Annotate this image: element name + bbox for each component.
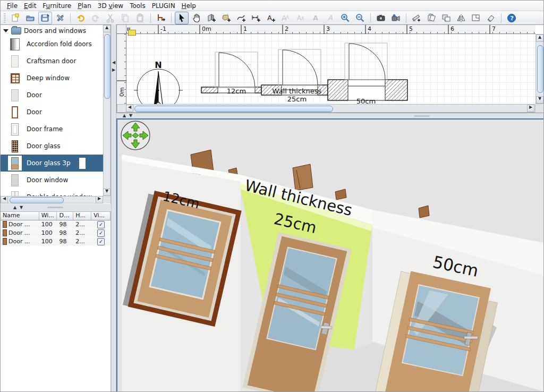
splitter-grip[interactable] (414, 115, 430, 117)
catalog-item-deep-window[interactable]: Deep window (1, 70, 103, 87)
menu-plan[interactable]: Plan (74, 2, 95, 10)
menu-furniture[interactable]: Furniture (39, 2, 74, 10)
plan-vertical-scrollbar[interactable]: ▲ ▼ (536, 34, 544, 104)
create-photo-button[interactable] (374, 12, 388, 24)
splitter-collapse-up-icon[interactable]: ▲ (13, 206, 16, 210)
furniture-row[interactable]: Door ... 100 98 2... (1, 220, 110, 229)
new-document-button[interactable] (8, 12, 22, 24)
column-header-depth[interactable]: D... (57, 212, 73, 220)
3d-scene[interactable]: 12cm Wall thickness 25cm 50cm (117, 120, 543, 391)
tree-expand-icon[interactable] (3, 29, 8, 32)
menu-edit[interactable]: Edit (21, 2, 39, 10)
video-camera-icon (391, 13, 401, 23)
create-video-button[interactable] (389, 12, 403, 24)
menu-tools[interactable]: Tools (126, 2, 149, 10)
visible-checkbox[interactable] (97, 238, 105, 245)
scrollbar-thumb[interactable] (104, 34, 110, 99)
scrollbar-thumb[interactable] (537, 45, 543, 93)
save-document-button[interactable] (38, 12, 52, 24)
scroll-up-button[interactable]: ▲ (103, 25, 110, 32)
catalog-category-doors-and-windows[interactable]: Doors and windows (1, 26, 86, 36)
column-header-height[interactable]: H... (73, 212, 91, 220)
furniture-width: 100 (39, 238, 57, 245)
catalog-item-door-glass[interactable]: Door glass (1, 138, 103, 155)
catalog-item-door-2[interactable]: Door (1, 104, 103, 121)
cut-button[interactable] (104, 12, 117, 24)
scrollbar-thumb[interactable] (10, 197, 64, 203)
scroll-up-button[interactable]: ▲ (536, 35, 543, 42)
furniture-row[interactable]: Door ... 100 98 2... (1, 237, 110, 246)
plugin-frame-button[interactable] (469, 12, 483, 24)
splitter-grip[interactable] (47, 207, 63, 208)
catalog-item-door-glass-3p-selected[interactable]: Door glass 3p (1, 155, 103, 172)
scroll-left-button[interactable]: ◀ (126, 105, 133, 112)
scroll-right-button[interactable]: ▶ (527, 105, 534, 112)
scroll-left-button[interactable]: ◀ (1, 196, 8, 203)
scrollbar-thumb[interactable] (134, 106, 333, 112)
splitter-collapse-right-icon[interactable]: ▶ (112, 68, 115, 72)
pan-tool-button[interactable] (190, 12, 203, 24)
add-furniture-button[interactable] (154, 12, 168, 24)
create-dimensions-button[interactable] (249, 12, 263, 24)
menu-plugin[interactable]: PLUGIN (149, 2, 178, 10)
splitter-collapse-down-icon[interactable]: ▼ (20, 206, 23, 210)
undo-button[interactable] (74, 12, 88, 24)
catalog-item-door[interactable]: Door (1, 87, 103, 104)
create-walls-button[interactable] (205, 12, 218, 24)
add-text-button[interactable]: A (264, 12, 278, 24)
splitter-collapse-left-icon[interactable]: ◀ (112, 61, 115, 65)
scroll-down-button[interactable]: ▼ (536, 96, 543, 104)
catalog-list-splitter[interactable]: ▲ ▼ (1, 204, 111, 211)
item-thumbnail (8, 71, 22, 86)
redo-button[interactable] (89, 12, 103, 24)
toolbar-grip[interactable] (4, 13, 6, 23)
plugin-eraser-button[interactable] (484, 12, 498, 24)
menu-file[interactable]: File (4, 2, 21, 10)
create-polylines-button[interactable] (234, 12, 248, 24)
plugin-rotate-button[interactable] (424, 12, 438, 24)
zoom-in-button[interactable] (338, 12, 352, 24)
plugin-mirror-button[interactable] (454, 12, 468, 24)
copy-button[interactable] (118, 12, 132, 24)
preferences-button[interactable] (53, 12, 67, 24)
3d-navigation-control[interactable] (121, 121, 150, 150)
catalog-item-accordion-fold-doors[interactable]: Accordion fold doors (1, 36, 103, 53)
splitter-collapse-down-icon[interactable]: ▼ (129, 114, 132, 118)
help-button[interactable]: ? (505, 12, 518, 24)
plan-3d-splitter[interactable]: ▲ ▼ (116, 113, 544, 118)
catalog-vertical-scrollbar[interactable]: ▲ ▼ (103, 25, 110, 196)
column-header-width[interactable]: Wi... (39, 212, 57, 220)
plugin-measure-button[interactable] (410, 12, 423, 24)
furniture-row[interactable]: Door ... 100 98 2... (1, 229, 110, 237)
plan-canvas[interactable]: N (126, 34, 536, 104)
svg-text:A: A (301, 16, 304, 21)
select-tool-button[interactable] (175, 12, 189, 24)
visible-checkbox[interactable] (97, 221, 105, 228)
scroll-down-button[interactable]: ▼ (103, 189, 110, 196)
catalog-item-door-window[interactable]: Door window (1, 172, 103, 189)
paste-button[interactable] (133, 12, 147, 24)
plan-view-panel: -1 0m 1 2 3 4 5 6 7 0m (116, 24, 544, 113)
visible-checkbox[interactable] (97, 229, 105, 237)
increase-text-size-button[interactable]: AA (279, 12, 293, 24)
bold-button[interactable]: A (309, 12, 322, 24)
scroll-right-button[interactable]: ▶ (96, 196, 103, 203)
splitter-collapse-up-icon[interactable]: ▲ (123, 114, 126, 118)
catalog-item-craftsman-door[interactable]: Craftsman door (1, 53, 103, 70)
catalog-horizontal-scrollbar[interactable]: ◀ ▶ (1, 196, 103, 203)
menu-3d-view[interactable]: 3D view (95, 2, 126, 10)
plugin-duplicate-button[interactable] (439, 12, 453, 24)
plan-note-icon[interactable] (128, 30, 136, 36)
plan-horizontal-scrollbar[interactable]: ◀ ▶ (117, 104, 536, 113)
main-vertical-splitter[interactable]: ◀ ▶ (111, 24, 116, 392)
zoom-out-button[interactable] (353, 12, 367, 24)
open-document-button[interactable] (23, 12, 37, 24)
decrease-text-size-button[interactable]: AA (294, 12, 308, 24)
create-rooms-button[interactable] (219, 12, 233, 24)
column-header-name[interactable]: Name (1, 212, 39, 220)
3d-view-panel[interactable]: 12cm Wall thickness 25cm 50cm (116, 118, 544, 392)
catalog-item-door-frame[interactable]: Door frame (1, 121, 103, 138)
italic-button[interactable]: A (324, 12, 337, 24)
column-header-visible[interactable]: Vi... (91, 212, 110, 220)
menu-help[interactable]: Help (178, 2, 199, 10)
